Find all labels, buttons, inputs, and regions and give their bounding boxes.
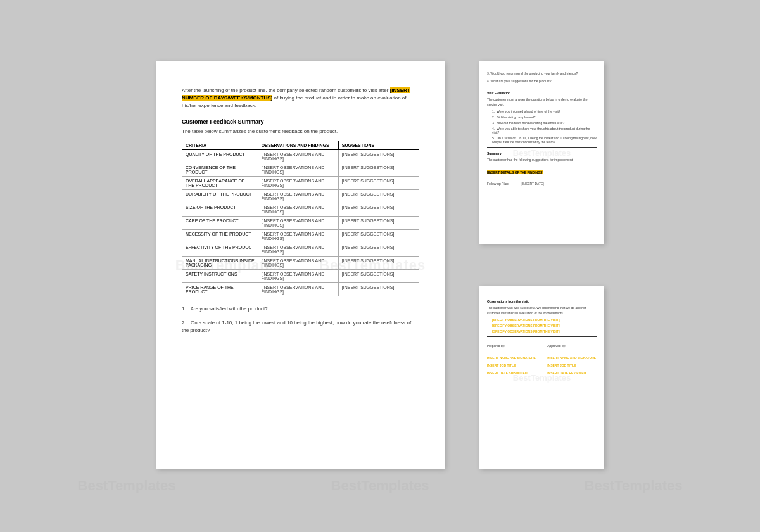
section-title: Customer Feedback Summary <box>182 118 419 125</box>
rb-approver-col: Approved by: INSERT NAME AND SIGNATURE I… <box>547 343 597 378</box>
criteria-cell: OVERALL APPEARANCE OF THE PRODUCT <box>182 177 258 190</box>
criteria-cell: SAFETY INSTRUCTIONS <box>182 270 258 283</box>
obs-cell: [INSERT OBSERVATIONS AND FINDINGS] <box>258 243 338 256</box>
rb-preparer-title: INSERT JOB TITLE <box>487 363 536 368</box>
sug-cell: [INSERT SUGGESTIONS] <box>338 150 419 163</box>
table-row: DURABILITY OF THE PRODUCT[INSERT OBSERVA… <box>182 190 419 203</box>
obs-cell: [INSERT OBSERVATIONS AND FINDINGS] <box>258 256 338 270</box>
question-1: 1. Are you satisfied with the product? <box>182 305 419 313</box>
section-desc: The table below summarizes the customer'… <box>182 129 419 134</box>
divider-2 <box>487 147 597 148</box>
rb-obs3: [SPECIFY OBSERVATIONS FROM THE VISIT] <box>487 329 597 333</box>
table-row: OVERALL APPEARANCE OF THE PRODUCT[INSERT… <box>182 177 419 190</box>
intro-paragraph: After the launching of the product line,… <box>182 87 419 110</box>
rb-preparer-name: INSERT NAME AND SIGNATURE <box>487 355 536 360</box>
rb-appr-line <box>547 352 597 352</box>
bottom-wm-3: BestTemplates <box>585 478 683 494</box>
rb-approver-title: INSERT JOB TITLE <box>547 363 597 368</box>
questions-section: 1. Are you satisfied with the product? 2… <box>182 305 419 334</box>
sug-cell: [INSERT SUGGESTIONS] <box>338 203 419 217</box>
rt-visit-eval-desc: The customer must answer the questions b… <box>487 97 597 107</box>
divider-1 <box>487 87 597 87</box>
rb-approver-name: INSERT NAME AND SIGNATURE <box>547 355 597 360</box>
obs-cell: [INSERT OBSERVATIONS AND FINDINGS] <box>258 217 338 230</box>
q2-text: On a scale of 1-10, 1 being the lowest a… <box>182 320 411 333</box>
sug-cell: [INSERT SUGGESTIONS] <box>338 177 419 190</box>
rb-obs-desc: The customer visit was successful. We re… <box>487 305 597 315</box>
criteria-cell: DURABILITY OF THE PRODUCT <box>182 190 258 203</box>
table-row: SAFETY INSTRUCTIONS[INSERT OBSERVATIONS … <box>182 270 419 283</box>
sug-cell: [INSERT SUGGESTIONS] <box>338 243 419 256</box>
criteria-cell: NECESSITY OF THE PRODUCT <box>182 230 258 243</box>
criteria-cell: CONVENIENCE OF THE PRODUCT <box>182 163 258 177</box>
question-2: 2. On a scale of 1-10, 1 being the lowes… <box>182 319 419 334</box>
criteria-cell: PRICE RANGE OF THE PRODUCT <box>182 283 258 296</box>
table-row: PRICE RANGE OF THE PRODUCT[INSERT OBSERV… <box>182 283 419 296</box>
obs-cell: [INSERT OBSERVATIONS AND FINDINGS] <box>258 177 338 190</box>
col-header-sug: SUGGESTIONS <box>338 141 419 150</box>
criteria-cell: SIZE OF THE PRODUCT <box>182 203 258 217</box>
rb-obs-label: Observations from the visit: <box>487 300 597 303</box>
rb-prepared-label: Prepared by: <box>487 343 536 348</box>
rb-divider <box>487 336 597 337</box>
rt-vq1: 1.Were you informed ahead of time of the… <box>487 110 597 113</box>
rt-summary-label: Summary <box>487 151 597 155</box>
sug-cell: [INSERT SUGGESTIONS] <box>338 283 419 296</box>
obs-cell: [INSERT OBSERVATIONS AND FINDINGS] <box>258 190 338 203</box>
q1-text: Are you satisfied with the product? <box>190 306 267 312</box>
rt-q4: 4. What are your suggestions for the pro… <box>487 79 597 84</box>
obs-cell: [INSERT OBSERVATIONS AND FINDINGS] <box>258 283 338 296</box>
obs-cell: [INSERT OBSERVATIONS AND FINDINGS] <box>258 163 338 177</box>
rt-followup-value: [INSERT DATE] <box>521 181 543 186</box>
rt-vq4: 4.Were you able to share your thoughts a… <box>487 127 597 134</box>
table-row: MANUAL INSTRUCTIONS INSIDE PACKAGING[INS… <box>182 256 419 270</box>
criteria-cell: QUALITY OF THE PRODUCT <box>182 150 258 163</box>
q1-number: 1. <box>182 305 186 313</box>
right-doc-bottom: BestTemplates Observations from the visi… <box>479 286 604 469</box>
sug-cell: [INSERT SUGGESTIONS] <box>338 163 419 177</box>
sug-cell: [INSERT SUGGESTIONS] <box>338 190 419 203</box>
table-row: NECESSITY OF THE PRODUCT[INSERT OBSERVAT… <box>182 230 419 243</box>
table-row: CONVENIENCE OF THE PRODUCT[INSERT OBSERV… <box>182 163 419 177</box>
obs-cell: [INSERT OBSERVATIONS AND FINDINGS] <box>258 150 338 163</box>
obs-cell: [INSERT OBSERVATIONS AND FINDINGS] <box>258 230 338 243</box>
rb-preparer-date: INSERT DATE SUBMITTED <box>487 370 536 376</box>
table-row: QUALITY OF THE PRODUCT[INSERT OBSERVATIO… <box>182 150 419 163</box>
right-doc-top: BestTemplates 3. Would you recommend the… <box>479 61 604 244</box>
rt-summary-desc: The customer had the following suggestio… <box>487 157 597 162</box>
rb-preparer-col: Prepared by: INSERT NAME AND SIGNATURE I… <box>487 343 536 378</box>
rt-q3: 3. Would you recommend the product to yo… <box>487 71 597 76</box>
rb-approved-label: Approved by: <box>547 343 597 348</box>
table-row: CARE OF THE PRODUCT[INSERT OBSERVATIONS … <box>182 217 419 230</box>
rt-vq2: 2.Did the visit go as planned? <box>487 115 597 119</box>
table-row: EFFECTIVITY OF THE PRODUCT[INSERT OBSERV… <box>182 243 419 256</box>
obs-cell: [INSERT OBSERVATIONS AND FINDINGS] <box>258 203 338 217</box>
rb-obs1: [SPECIFY OBSERVATIONS FROM THE VISIT] <box>487 318 597 322</box>
main-document: BestTemplates BestTemplates After the la… <box>156 61 445 469</box>
q2-number: 2. <box>182 319 186 327</box>
criteria-cell: CARE OF THE PRODUCT <box>182 217 258 230</box>
col-header-criteria: CRITERIA <box>182 141 258 150</box>
bottom-wm-1: BestTemplates <box>78 478 176 494</box>
feedback-table: CRITERIA OBSERVATIONS AND FINDINGS SUGGE… <box>182 141 419 296</box>
rt-followup-label: Follow-up Plan: <box>487 181 509 186</box>
obs-cell: [INSERT OBSERVATIONS AND FINDINGS] <box>258 270 338 283</box>
bottom-watermark-row: BestTemplates BestTemplates BestTemplate… <box>0 478 760 494</box>
rt-summary-highlight: [INSERT DETAILS OF THE FINDINGS] <box>487 170 543 174</box>
rt-followup-row: Follow-up Plan: [INSERT DATE] <box>487 181 597 189</box>
col-header-obs: OBSERVATIONS AND FINDINGS <box>258 141 338 150</box>
table-row: SIZE OF THE PRODUCT[INSERT OBSERVATIONS … <box>182 203 419 217</box>
criteria-cell: EFFECTIVITY OF THE PRODUCT <box>182 243 258 256</box>
rt-visit-eval-label: Visit Evaluation <box>487 91 597 95</box>
sug-cell: [INSERT SUGGESTIONS] <box>338 270 419 283</box>
rb-obs2: [SPECIFY OBSERVATIONS FROM THE VISIT] <box>487 324 597 327</box>
sug-cell: [INSERT SUGGESTIONS] <box>338 230 419 243</box>
rb-prep-line <box>487 352 536 352</box>
rb-signature-row: Prepared by: INSERT NAME AND SIGNATURE I… <box>487 343 597 378</box>
criteria-cell: MANUAL INSTRUCTIONS INSIDE PACKAGING <box>182 256 258 270</box>
sug-cell: [INSERT SUGGESTIONS] <box>338 256 419 270</box>
bottom-wm-2: BestTemplates <box>331 478 429 494</box>
intro-text-before: After the launching of the product line,… <box>182 87 388 93</box>
sug-cell: [INSERT SUGGESTIONS] <box>338 217 419 230</box>
rt-vq3: 3.How did the team behave during the ent… <box>487 121 597 125</box>
